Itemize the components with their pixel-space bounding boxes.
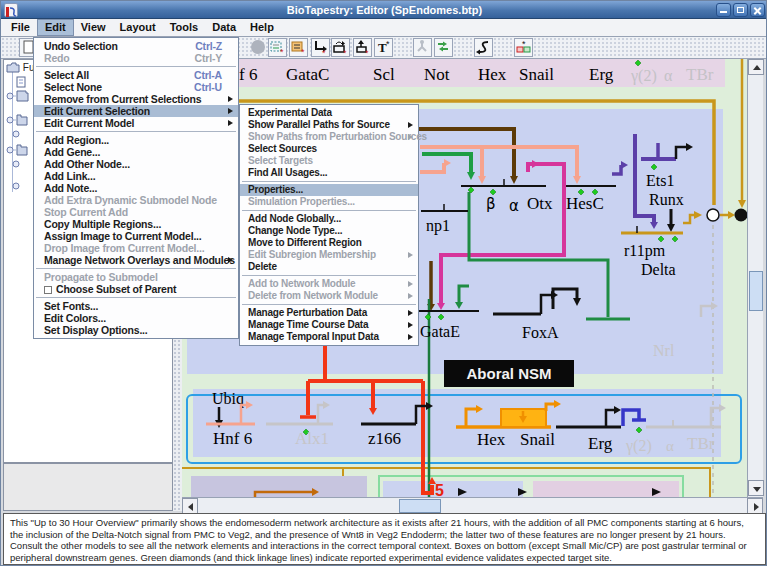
scroll-left-button[interactable]: [182, 498, 198, 514]
submenu-item-properties[interactable]: Properties...: [240, 184, 418, 196]
tree-item[interactable]: [6, 114, 30, 126]
submenu-item-select-targets[interactable]: Select Targets: [240, 155, 418, 167]
gene-label[interactable]: Erg: [589, 65, 614, 84]
gene-label[interactable]: TBr: [687, 434, 715, 453]
menu-item-add-region[interactable]: Add Region...: [34, 134, 238, 146]
gene-label[interactable]: Hex: [477, 430, 506, 449]
gene-label[interactable]: Snail: [520, 430, 555, 449]
gene-label[interactable]: np1: [426, 217, 450, 235]
submenu-item-manage-time-course-data[interactable]: Manage Time Course Data: [240, 319, 418, 331]
select-toggle-icon[interactable]: [249, 38, 268, 57]
gene-label[interactable]: Scl: [373, 65, 395, 84]
submenu-item-select-sources[interactable]: Select Sources: [240, 143, 418, 155]
gene-label[interactable]: Hex: [478, 65, 507, 84]
menu-item-edit-current-model[interactable]: Edit Current Model: [34, 117, 238, 129]
menu-item-select-all[interactable]: Select AllCtrl-A: [34, 69, 238, 81]
gene-label[interactable]: Nrl: [653, 342, 675, 359]
draw-link-icon[interactable]: [474, 38, 493, 57]
menu-item-set-display-options[interactable]: Set Display Options...: [34, 324, 238, 336]
tree-item[interactable]: [6, 90, 30, 102]
submenu-item-edit-subregion-membership[interactable]: Edit Subregion Membership: [240, 249, 418, 261]
menu-item-assign-image[interactable]: Assign Image to Current Model...: [34, 230, 238, 242]
add-gene-icon[interactable]: *: [289, 38, 308, 57]
menu-item-drop-image[interactable]: Drop Image from Current Model...: [34, 242, 238, 254]
submenu-item-manage-perturbation-data[interactable]: Manage Perturbation Data: [240, 307, 418, 319]
menu-item-edit-colors[interactable]: Edit Colors...: [34, 312, 238, 324]
submenu-item-experimental-data[interactable]: Experimental Data: [240, 107, 418, 119]
menu-item-copy-multiple-regions[interactable]: Copy Multiple Regions...: [34, 218, 238, 230]
gene-label[interactable]: γ(2): [625, 437, 652, 455]
submenu-item-delete-from-network-module[interactable]: Delete from Network Module: [240, 290, 418, 302]
menu-item-set-fonts[interactable]: Set Fonts...: [34, 300, 238, 312]
menu-item-choose-subset[interactable]: Choose Subset of Parent: [34, 283, 238, 295]
gene-label[interactable]: r11pm: [624, 242, 666, 260]
gene-label[interactable]: Snail: [519, 65, 554, 84]
gene-label[interactable]: GataC: [286, 65, 329, 84]
maximize-button[interactable]: [733, 3, 748, 17]
tree-item[interactable]: [12, 180, 26, 192]
menu-file[interactable]: File: [4, 19, 37, 36]
submenu-item-show-parallel-paths[interactable]: Show Parallel Paths for Source: [240, 119, 418, 131]
checkbox-icon[interactable]: [44, 286, 52, 294]
gene-label[interactable]: TBr: [686, 65, 714, 84]
submenu-item-simulation-properties[interactable]: Simulation Properties...: [240, 196, 418, 208]
add-link-icon[interactable]: *: [311, 38, 330, 57]
propagate-icon[interactable]: [434, 38, 453, 57]
title-bar[interactable]: BioTapestry: Editor (SpEndomes.btp): [1, 1, 767, 19]
menu-item-add-extra-dynamic-submodel-node[interactable]: Add Extra Dynamic Submodel Node: [34, 194, 238, 206]
horizontal-scrollbar[interactable]: [182, 497, 763, 513]
submenu-item-find-all-usages[interactable]: Find All Usages...: [240, 167, 418, 179]
menu-item-redo[interactable]: RedoCtrl-Y: [34, 52, 238, 64]
menu-view[interactable]: View: [74, 19, 113, 36]
add-note-icon[interactable]: T*: [374, 38, 393, 57]
gene-label[interactable]: Otx: [527, 194, 553, 213]
gene-label[interactable]: Ets1: [646, 172, 674, 189]
gene-label[interactable]: Hnf 6: [213, 429, 252, 448]
bubble-node-open[interactable]: [707, 209, 719, 221]
vertical-scrollbar[interactable]: [747, 59, 763, 497]
gene-label[interactable]: Alx1: [295, 429, 329, 448]
menu-edit[interactable]: Edit: [37, 19, 74, 36]
close-button[interactable]: [750, 3, 765, 17]
layout-icon[interactable]: [413, 38, 432, 57]
menu-item-add-link[interactable]: Add Link...: [34, 170, 238, 182]
gene-label[interactable]: HesC: [566, 194, 604, 213]
vertical-scroll-thumb[interactable]: [749, 271, 763, 311]
menu-item-select-none[interactable]: Select NoneCtrl-U: [34, 81, 238, 93]
menu-data[interactable]: Data: [205, 19, 243, 36]
menu-item-add-note[interactable]: Add Note...: [34, 182, 238, 194]
submenu-item-add-to-network-module[interactable]: Add to Network Module: [240, 278, 418, 290]
add-region-icon[interactable]: *: [268, 38, 287, 57]
add-module-icon[interactable]: *: [514, 38, 533, 57]
tree-item[interactable]: [16, 76, 27, 88]
submenu-item-move-to-different-region[interactable]: Move to Different Region: [240, 237, 418, 249]
horizontal-scroll-thumb[interactable]: [399, 499, 441, 513]
gene-label[interactable]: Delta: [641, 261, 676, 278]
gene-label[interactable]: α: [664, 67, 673, 84]
menu-item-stop-current-add[interactable]: Stop Current Add: [34, 206, 238, 218]
gene-label[interactable]: z166: [368, 429, 401, 448]
menu-layout[interactable]: Layout: [113, 19, 163, 36]
add-pad-icon[interactable]: *: [353, 38, 372, 57]
gene-label[interactable]: γ(2): [630, 67, 657, 85]
gene-label[interactable]: α: [509, 197, 519, 215]
gene-label[interactable]: α: [666, 438, 674, 454]
menu-tools[interactable]: Tools: [163, 19, 206, 36]
submenu-item-delete[interactable]: Delete: [240, 261, 418, 273]
submenu-item-manage-temporal-input-data[interactable]: Manage Temporal Input Data: [240, 331, 418, 343]
scroll-right-button[interactable]: [747, 498, 763, 514]
bubble-node-filled[interactable]: [735, 209, 748, 222]
gene-label[interactable]: Erg: [588, 434, 613, 453]
add-node-icon[interactable]: *: [331, 38, 350, 57]
gene-label[interactable]: Runx: [649, 191, 684, 208]
gene-label[interactable]: f 6: [239, 65, 257, 84]
scroll-down-button[interactable]: [748, 480, 764, 496]
menu-item-manage-overlays[interactable]: Manage Network Overlays and Modules: [34, 254, 238, 266]
menu-item-edit-current-selection[interactable]: Edit Current Selection: [34, 105, 238, 117]
menu-item-add-gene[interactable]: Add Gene...: [34, 146, 238, 158]
tree-item[interactable]: [12, 128, 26, 140]
submenu-item-change-node-type[interactable]: Change Node Type...: [240, 225, 418, 237]
gene-label[interactable]: FoxA: [522, 324, 559, 341]
menu-item-remove-from-selections[interactable]: Remove from Current Selections: [34, 93, 238, 105]
tree-item[interactable]: [12, 158, 26, 170]
